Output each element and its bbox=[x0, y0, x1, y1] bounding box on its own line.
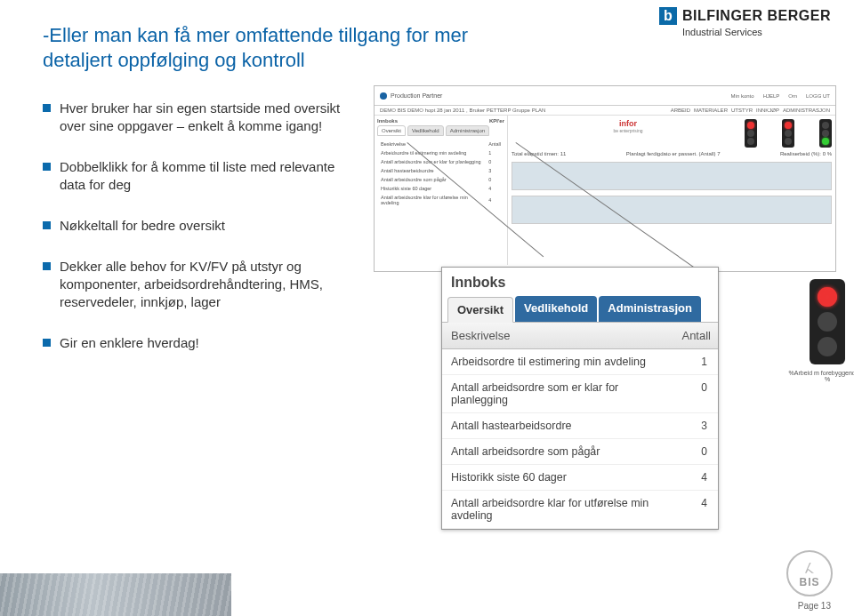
tab-admin[interactable]: Administrasjon bbox=[599, 296, 701, 322]
tab[interactable]: Administrasjon bbox=[446, 125, 489, 136]
kpi-caption: Total elapstid timen: 11 bbox=[512, 151, 566, 156]
table-row[interactable]: Antall hastearbeidsordre3 bbox=[442, 413, 718, 439]
brand-name: BILFINGER BERGER bbox=[682, 8, 831, 24]
bullet-text: Dekker alle behov for KV/FV på utstyr og… bbox=[60, 258, 345, 311]
row-label: Historikk siste 60 dager bbox=[442, 465, 661, 490]
row-value: 3 bbox=[661, 413, 718, 438]
tab[interactable]: Oversikt bbox=[377, 125, 406, 136]
bullet-text: Nøkkeltall for bedre oversikt bbox=[60, 217, 345, 235]
bullet-icon bbox=[43, 221, 51, 229]
row-value: 4 bbox=[661, 491, 718, 528]
row-label: Antall arbeidsordre klar for utførelse m… bbox=[442, 491, 661, 528]
breadcrumb: DEMO BIS DEMO hopt 28 jan 2011 , Bruker … bbox=[380, 108, 545, 113]
tab[interactable]: Vedlikehold bbox=[407, 125, 444, 136]
topnav-link[interactable]: HJELP bbox=[763, 93, 780, 99]
bullet-icon bbox=[43, 339, 51, 347]
traffic-light-icon bbox=[819, 119, 832, 148]
bullet-item: Dobbelklikk for å komme til liste med re… bbox=[43, 158, 345, 194]
nav-item[interactable]: INNKJØP bbox=[756, 108, 779, 113]
table-header: Beskrivelse Antall bbox=[442, 323, 718, 349]
bullet-item: Nøkkeltall for bedre oversikt bbox=[43, 217, 345, 235]
row-value: 0 bbox=[661, 375, 718, 412]
brand-block: b BILFINGER BERGER Industrial Services bbox=[659, 7, 831, 37]
row-value: 0 bbox=[661, 439, 718, 464]
table-row[interactable]: Antall arbeidsordre klar for utførelse m… bbox=[442, 491, 718, 529]
inbox-table-small: BeskrivelseAntall Arbeidsordre til estim… bbox=[377, 139, 504, 208]
nav-item[interactable]: MATERIALER bbox=[694, 108, 728, 113]
screenshot-group: Production Partner Min konto HJELP Om LO… bbox=[356, 85, 841, 548]
bis-text: BIS bbox=[799, 576, 819, 588]
nav-item[interactable]: UTSTYR bbox=[731, 108, 753, 113]
row-value: 4 bbox=[661, 465, 718, 490]
topnav-link[interactable]: LOGG UT bbox=[806, 93, 830, 99]
inbox-panel-small: Innboks KPI'er Oversikt Vedlikehold Admi… bbox=[375, 116, 508, 265]
bullet-item: Dekker alle behov for KV/FV på utstyr og… bbox=[43, 258, 345, 311]
brand-subtitle: Industrial Services bbox=[682, 27, 831, 37]
app-logo-icon bbox=[380, 92, 387, 100]
row-label: Arbeidsordre til estimering min avdeling bbox=[442, 349, 661, 374]
kpi-traffic-lights bbox=[745, 119, 832, 148]
traffic-light-icon bbox=[782, 119, 794, 148]
nav-item[interactable]: ADMINISTRASJON bbox=[783, 108, 830, 113]
col-header: Beskrivelse bbox=[442, 323, 661, 348]
bullet-icon bbox=[43, 104, 51, 112]
tab-bar: Oversikt Vedlikehold Administrasjon bbox=[442, 291, 718, 323]
bullet-icon bbox=[43, 262, 51, 270]
table-row[interactable]: Historikk siste 60 dager4 bbox=[442, 465, 718, 491]
kpi-caption: Realiserbeid (%): 0 % bbox=[780, 151, 832, 156]
bullet-list: Hver bruker har sin egen startside med o… bbox=[43, 100, 345, 375]
row-label: Antall arbeidsordre som pågår bbox=[442, 439, 661, 464]
page-number: Page 13 bbox=[798, 601, 831, 611]
table-row[interactable]: Antall arbeidsordre som er klar for plan… bbox=[442, 375, 718, 413]
bullet-text: Hver bruker har sin egen startside med o… bbox=[60, 100, 345, 135]
app-name: Production Partner bbox=[391, 92, 442, 99]
kpi-traffic-light-large: %Arbeid m forebyggende: 0 % bbox=[787, 279, 854, 382]
topnav-link[interactable]: Min konto bbox=[731, 93, 754, 99]
row-value: 1 bbox=[661, 349, 718, 374]
bullet-item: Gir en enklere hverdag! bbox=[43, 334, 345, 352]
bis-logo: BIS bbox=[786, 550, 833, 596]
panel-label: Innboks bbox=[377, 118, 398, 124]
bullet-item: Hver bruker har sin egen startside med o… bbox=[43, 100, 345, 135]
decorative-photo-strip bbox=[0, 573, 231, 616]
table-row[interactable]: Arbeidsordre til estimering min avdeling… bbox=[442, 349, 718, 375]
panel-title: Innboks bbox=[442, 268, 718, 291]
main-nav: ARBEID MATERIALER UTSTYR INNKJØP ADMINIS… bbox=[671, 108, 830, 113]
topnav-link[interactable]: Om bbox=[788, 93, 797, 99]
table-row[interactable]: Antall arbeidsordre som pågår0 bbox=[442, 439, 718, 465]
tab-overview[interactable]: Oversikt bbox=[447, 297, 513, 323]
inbox-panel-zoom: Innboks Oversikt Vedlikehold Administras… bbox=[441, 267, 719, 530]
kpi-chart bbox=[512, 196, 832, 224]
row-label: Antall arbeidsordre som er klar for plan… bbox=[442, 375, 661, 412]
traffic-light-icon bbox=[745, 119, 757, 148]
app-dashboard-screenshot: Production Partner Min konto HJELP Om LO… bbox=[374, 85, 836, 272]
kpi-chart bbox=[512, 162, 832, 190]
infor-logo: infor bbox=[512, 119, 745, 128]
brand-mark-icon: b bbox=[659, 7, 677, 25]
panel-label: KPI'er bbox=[489, 118, 504, 124]
infor-tagline: be enterprising bbox=[512, 128, 745, 133]
bullet-text: Gir en enklere hverdag! bbox=[60, 334, 345, 352]
lambda-icon bbox=[801, 558, 818, 576]
row-label: Antall hastearbeidsordre bbox=[442, 413, 661, 438]
top-nav: Min konto HJELP Om LOGG UT bbox=[731, 93, 830, 99]
bullet-text: Dobbelklikk for å komme til liste med re… bbox=[60, 158, 345, 194]
tab-maintenance[interactable]: Vedlikehold bbox=[515, 296, 597, 322]
nav-item[interactable]: ARBEID bbox=[671, 108, 690, 113]
slide-title: -Eller man kan få mer omfattende tillgan… bbox=[43, 23, 541, 73]
traffic-light-icon bbox=[810, 279, 845, 364]
col-header: Antall bbox=[661, 323, 718, 348]
kpi-caption: Planlagt ferdigdato er passert. (Antall)… bbox=[626, 151, 721, 156]
kpi-caption: %Arbeid m forebyggende: 0 % bbox=[787, 370, 854, 382]
bullet-icon bbox=[43, 163, 51, 171]
